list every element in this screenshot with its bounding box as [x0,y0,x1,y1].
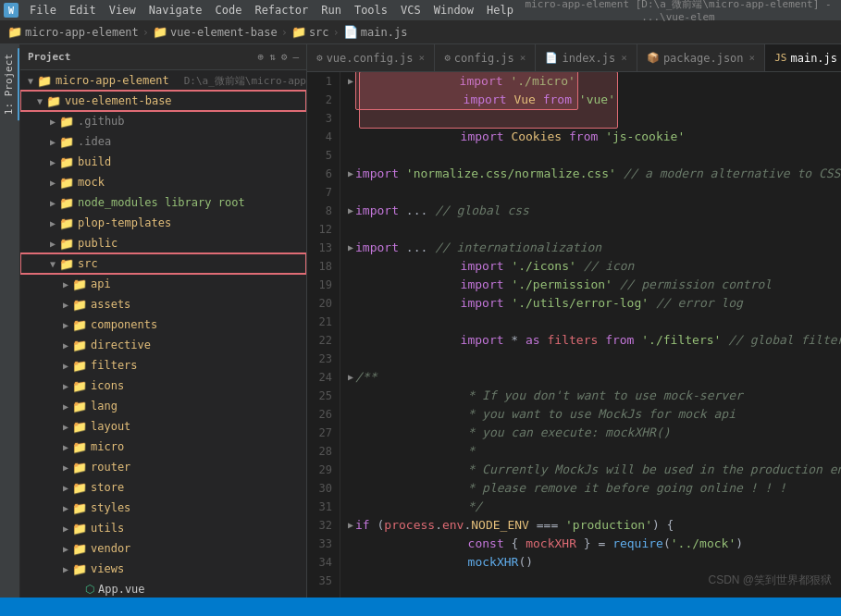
expand-arrow: ▶ [59,320,72,330]
code-content[interactable]: ▶ import './micro' import Vue from 'vue' [340,72,841,598]
tree-item-label: layout [91,420,306,433]
menu-window[interactable]: Window [428,2,479,18]
tab-index[interactable]: 📄 index.js × [536,44,637,72]
tab-close-icon[interactable]: × [621,52,627,64]
menu-file[interactable]: File [24,2,62,18]
tree-lang[interactable]: ▶ 📁 lang [20,396,306,416]
tab-config[interactable]: ⚙ config.js × [435,44,536,72]
menu-view[interactable]: View [104,2,142,18]
tree-public[interactable]: ▶ 📁 public [20,233,306,253]
tree-vue-element-base[interactable]: ▼ 📁 vue-element-base [20,91,306,111]
side-tab-project[interactable]: 1: Project [0,48,19,120]
tree-app-vue[interactable]: ▶ ⬡ App.vue [20,579,306,598]
fold-arrow: ▶ [348,516,353,535]
tree-plop[interactable]: ▶ 📁 plop-templates [20,213,306,233]
expand-arrow: ▶ [59,462,72,473]
expand-arrow: ▶ [46,178,59,188]
tree-item-label: vue-element-base [65,94,306,107]
line-num: 30 [315,479,332,498]
expand-arrow: ▶ [59,442,72,452]
tab-icon: 📄 [545,52,558,64]
tab-vue-config[interactable]: ⚙ vue.config.js × [307,44,435,72]
tree-item-label: filters [91,359,306,372]
menubar: W File Edit View Navigate Code Refactor … [0,0,841,20]
project-tree: ▼ 📁 micro-app-element D:\a_微前端\micro-app… [20,70,306,598]
folder-icon: 📁 [59,257,74,271]
menu-help[interactable]: Help [481,2,519,18]
tree-assets[interactable]: ▶ 📁 assets [20,294,306,314]
tree-vendor[interactable]: ▶ 📁 vendor [20,538,306,559]
expand-arrow: ▶ [59,381,72,391]
tree-icons[interactable]: ▶ 📁 icons [20,376,306,396]
tree-router[interactable]: ▶ 📁 router [20,457,306,477]
tab-close-icon[interactable]: × [419,52,426,64]
tree-api[interactable]: ▶ 📁 api [20,274,306,294]
tree-micro[interactable]: ▶ 📁 micro [20,437,306,457]
tree-node-modules[interactable]: ▶ 📁 node_modules library root [20,192,306,213]
tree-utils[interactable]: ▶ 📁 utils [20,518,306,538]
tree-components[interactable]: ▶ 📁 components [20,314,306,335]
line-num: 25 [315,387,332,405]
expand-arrow: ▶ [59,503,72,513]
tab-label: vue.config.js [327,52,414,65]
tree-idea[interactable]: ▶ 📁 .idea [20,131,306,152]
menu-code[interactable]: Code [210,2,248,18]
menu-navigate[interactable]: Navigate [143,2,208,18]
tree-store[interactable]: ▶ 📁 store [20,477,306,498]
tab-label: index.js [562,52,615,65]
code-editor[interactable]: 1 2 3 4 5 6 7 8 12 13 18 19 20 21 22 23 [307,72,841,598]
tree-root[interactable]: ▼ 📁 micro-app-element D:\a_微前端\micro-app [20,70,306,91]
collapse-icon[interactable]: — [292,51,299,63]
tree-item-label: .github [78,115,306,128]
tree-filters[interactable]: ▶ 📁 filters [20,355,306,376]
expand-arrow: ▶ [59,361,72,371]
folder-icon: 📁 [59,115,74,129]
tab-main-js[interactable]: JS main.js × [765,44,841,72]
fold-arrow: ▶ [348,72,353,91]
fold-arrow: ▶ [348,239,353,257]
folder-icon: 📁 [59,176,74,190]
tree-src[interactable]: ▼ 📁 src [20,253,306,274]
tree-styles[interactable]: ▶ 📁 styles [20,498,306,518]
watermark: CSDN @笑到世界都狠狱 [708,573,832,588]
folder-icon: 📁 [72,522,87,536]
expand-arrow: ▶ [59,422,72,432]
tree-build[interactable]: ▶ 📁 build [20,152,306,172]
line-num: 8 [315,202,332,220]
sort-icon[interactable]: ⇅ [269,51,276,63]
tree-mock[interactable]: ▶ 📁 mock [20,172,306,192]
tab-package[interactable]: 📦 package.json × [637,44,765,72]
tab-close-icon[interactable]: × [520,52,526,64]
add-icon[interactable]: ⊕ [258,51,265,63]
code-line-22: import * as filters from './filters' // … [348,331,834,350]
menu-edit[interactable]: Edit [64,2,102,18]
tree-item-label: views [91,562,306,575]
line-num: 22 [315,331,332,350]
line-num: 2 [315,91,332,109]
status-bar [0,598,841,616]
line-num: 7 [315,183,332,202]
menu-vcs[interactable]: VCS [395,2,427,18]
folder-icon: 📁 [72,420,87,434]
breadcrumb-vue-element-base[interactable]: vue-element-base [170,26,278,39]
menu-refactor[interactable]: Refactor [249,2,314,18]
expand-arrow: ▼ [24,76,37,86]
folder-icon: 📁 [72,501,87,515]
menu-tools[interactable]: Tools [349,2,393,18]
breadcrumb-mainjs[interactable]: main.js [361,26,408,39]
breadcrumb-root[interactable]: micro-app-element [25,26,139,39]
tab-close-icon[interactable]: × [749,52,756,64]
settings-icon[interactable]: ⚙ [281,51,288,63]
status-text [7,601,14,613]
breadcrumb-bar: 📁 micro-app-element › 📁 vue-element-base… [0,20,841,44]
tree-layout[interactable]: ▶ 📁 layout [20,416,306,437]
tree-github[interactable]: ▶ 📁 .github [20,111,306,131]
tree-views[interactable]: ▶ 📁 views [20,559,306,579]
line-num: 1 [315,72,332,91]
tree-item-label: public [78,237,306,250]
folder-icon: 📁 [37,74,52,88]
menu-run[interactable]: Run [315,2,347,18]
breadcrumb-src[interactable]: src [309,26,329,39]
tree-directive[interactable]: ▶ 📁 directive [20,335,306,355]
code-line-12 [348,220,834,239]
